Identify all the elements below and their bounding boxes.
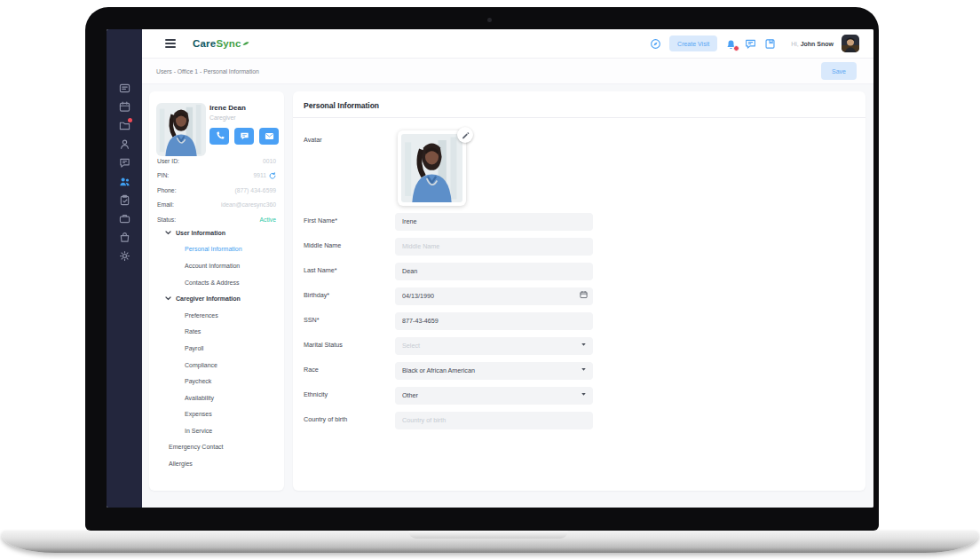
avatar-field-label: Avatar [304, 136, 322, 144]
nav-label: Compliance [185, 362, 217, 368]
app-screen: CareSync Create Visit [107, 29, 873, 508]
chat-icon[interactable] [234, 128, 254, 145]
greeting-prefix: Hi, [791, 41, 799, 47]
nav-label: User Information [176, 230, 225, 236]
nav-item-payroll[interactable]: Payroll [149, 343, 284, 353]
clipboard-icon[interactable] [119, 194, 130, 206]
phone-icon[interactable] [209, 128, 229, 145]
nav-item-compliance[interactable]: Compliance [149, 360, 284, 370]
chevron-down-icon [165, 296, 171, 301]
marital-status-select[interactable] [395, 337, 593, 355]
nav-label: Caregiver Information [176, 295, 241, 302]
logo-swoosh-icon [242, 37, 249, 48]
user-avatar[interactable] [842, 35, 859, 52]
calendar-icon[interactable] [119, 101, 130, 113]
laptop-base-notch [408, 531, 568, 539]
field-row-last-name: Last Name* [304, 261, 855, 279]
brand-sync: Sync [216, 38, 241, 49]
field-row-ethnicity: Ethnicity [304, 385, 855, 403]
nav-label: Availability [185, 395, 214, 401]
personal-information-card: Personal Information Avatar First Name* [293, 91, 865, 491]
bell-icon[interactable] [725, 38, 737, 50]
briefcase-icon[interactable] [119, 213, 130, 224]
nav-item-paycheck[interactable]: Paycheck [149, 376, 284, 386]
mail-icon[interactable] [259, 128, 279, 145]
field-row-middle-name: Middle Name [304, 236, 855, 254]
nav-label: Allergies [169, 461, 193, 467]
divider [293, 117, 865, 118]
field-label: Birthday* [304, 291, 395, 299]
webcam-dot [487, 18, 492, 22]
detail-label: Email: [157, 201, 174, 208]
chat-bubble-icon[interactable] [745, 38, 756, 50]
detail-value: 0010 [263, 158, 276, 164]
detail-label: User ID: [157, 158, 179, 164]
nav-item-preferences[interactable]: Preferences [149, 311, 284, 320]
nav-group-user-information[interactable]: User Information [149, 228, 284, 238]
dashboard-icon[interactable] [119, 83, 130, 94]
avatar-image [398, 130, 466, 206]
detail-value: 9911 [253, 172, 276, 179]
folder-notification-dot [128, 118, 132, 122]
field-label: First Name* [304, 217, 395, 224]
birthday-input[interactable] [395, 287, 593, 305]
notification-badge [733, 45, 739, 51]
profile-actions [209, 128, 279, 145]
country-of-birth-input[interactable] [395, 412, 593, 429]
user-name: John Snow [801, 41, 834, 47]
header-actions: Create Visit Hi, John Snow [650, 35, 859, 52]
profile-name: Irene Dean [209, 104, 246, 112]
field-row-ssn: SSN* [304, 311, 855, 328]
profile-details: User ID: 0010 PIN: 9911 Phone: (877) 434… [157, 156, 276, 230]
folder-icon[interactable] [119, 120, 130, 131]
first-name-input[interactable] [395, 213, 593, 231]
user-greeting: Hi, John Snow [791, 41, 834, 47]
form-rows: First Name* Middle Name Last Name* [304, 211, 855, 435]
detail-row-pin: PIN: 9911 [157, 171, 276, 181]
middle-name-input[interactable] [395, 238, 593, 256]
ssn-input[interactable] [395, 312, 593, 330]
ethnicity-select[interactable] [395, 387, 593, 405]
field-label: Ethnicity [304, 390, 395, 398]
detail-value: idean@caresync360 [221, 201, 276, 208]
settings-icon[interactable] [119, 250, 130, 262]
user-icon[interactable] [119, 138, 130, 150]
bag-icon[interactable] [119, 232, 130, 243]
bookmark-icon[interactable] [764, 38, 776, 50]
nav-item-expenses[interactable]: Expenses [149, 410, 284, 420]
nav-label: In Service [185, 428, 212, 434]
refresh-pin-icon[interactable] [269, 172, 276, 179]
race-select[interactable] [395, 362, 593, 380]
last-name-input[interactable] [395, 263, 593, 280]
create-visit-button[interactable]: Create Visit [669, 35, 717, 51]
detail-value: (877) 434-6599 [235, 187, 276, 193]
field-row-country-of-birth: Country of birth [304, 410, 855, 428]
nav-label: Rates [185, 328, 201, 335]
breadcrumb: Users - Office 1 - Personal Information [156, 68, 259, 75]
nav-item-account-information[interactable]: Account Information [149, 261, 284, 271]
profile-role: Caregiver [209, 114, 235, 121]
nav-label: Preferences [185, 312, 218, 319]
nav-item-emergency-contact[interactable]: Emergency Contact [149, 443, 284, 453]
nav-item-in-service[interactable]: In Service [149, 426, 284, 436]
caresync-logo: CareSync [193, 38, 249, 49]
nav-item-contacts-address[interactable]: Contacts & Address [149, 278, 284, 287]
field-label: Race [304, 366, 395, 374]
nav-item-personal-information[interactable]: Personal Information [149, 245, 284, 255]
nav-group-caregiver-information[interactable]: Caregiver Information [149, 294, 284, 303]
nav-item-allergies[interactable]: Allergies [149, 459, 284, 468]
detail-row-phone: Phone: (877) 434-6599 [157, 185, 276, 195]
users-icon[interactable] [119, 176, 130, 187]
nav-item-rates[interactable]: Rates [149, 327, 284, 337]
hamburger-menu-icon[interactable] [165, 39, 176, 48]
nav-item-availability[interactable]: Availability [149, 393, 284, 403]
compass-icon[interactable] [650, 38, 661, 50]
chat-icon[interactable] [119, 157, 130, 169]
field-label: Last Name* [304, 266, 395, 274]
field-row-marital-status: Marital Status [304, 335, 855, 353]
breadcrumb-bar: Users - Office 1 - Personal Information … [142, 59, 873, 84]
edit-avatar-button[interactable] [457, 127, 473, 143]
save-button[interactable]: Save [821, 62, 857, 80]
nav-label: Paycheck [185, 378, 211, 384]
nav-label: Contacts & Address [185, 280, 239, 286]
